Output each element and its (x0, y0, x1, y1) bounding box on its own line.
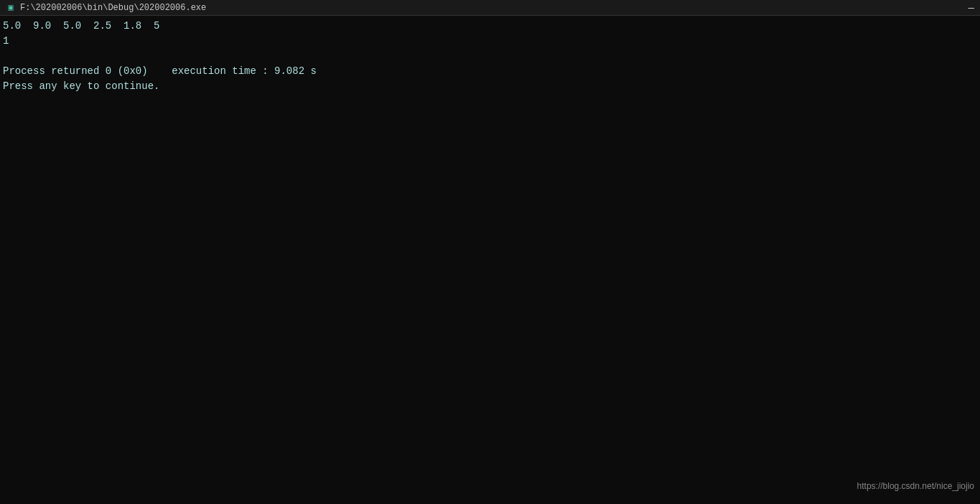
console-line-blank (3, 49, 977, 64)
title-bar-controls: — (969, 3, 974, 13)
console-body: 5.0 9.0 5.0 2.5 1.8 5 1 Process returned… (0, 16, 980, 504)
console-line-process: Process returned 0 (0x0) execution time … (3, 64, 977, 79)
title-bar: ▣ F:\202002006\bin\Debug\202002006.exe — (0, 0, 980, 16)
title-bar-left: ▣ F:\202002006\bin\Debug\202002006.exe (6, 3, 206, 13)
watermark: https://blog.csdn.net/nice_jiojio (857, 481, 974, 491)
console-line-result: 1 (3, 34, 977, 49)
minimize-button[interactable]: — (969, 3, 974, 13)
console-line-numbers: 5.0 9.0 5.0 2.5 1.8 5 (3, 19, 977, 34)
window-title: F:\202002006\bin\Debug\202002006.exe (20, 3, 206, 13)
window-icon: ▣ (6, 3, 16, 13)
console-line-press: Press any key to continue. (3, 79, 977, 94)
